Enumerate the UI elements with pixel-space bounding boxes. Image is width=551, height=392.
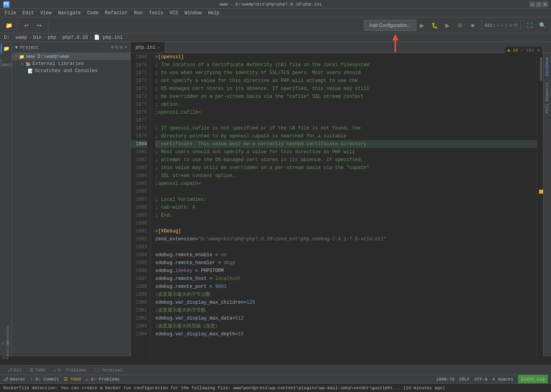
bottom-tab-git[interactable]: ⎇ Git [3, 367, 26, 373]
coverage-button[interactable]: ▶ [442, 20, 453, 31]
folder-icon-ext: 📚 [25, 61, 31, 67]
git-arrow: ↑ [505, 23, 508, 28]
sidebar-collapse-icon[interactable]: ⊟ [115, 44, 118, 50]
bottom-tab-problems-label: 6: Problems [58, 368, 87, 373]
line-1898: xdebug.remote_port = 9001 [155, 283, 537, 291]
sidebar-item-www[interactable]: ▼ 📁 www D:\wamp\www [12, 53, 130, 60]
menu-file[interactable]: File [2, 10, 19, 17]
sidebar-add-icon[interactable]: ⊕ [111, 44, 114, 50]
status-position[interactable]: 1880:76 [436, 377, 454, 382]
fullscreen-button[interactable]: ⛶ [524, 20, 535, 31]
bottom-tab-todo[interactable]: ☰ TODO [26, 367, 50, 373]
scrollbar-thumb[interactable] [540, 57, 542, 81]
menu-help[interactable]: Help [205, 10, 223, 17]
code-lines[interactable]: ⊖[openssl] ; The location of a Certifica… [151, 53, 537, 356]
breadcrumb-version[interactable]: php7.0.10 [62, 35, 88, 40]
activity-structure-icon[interactable]: 7: Structure [1, 330, 11, 341]
tab-php-ini[interactable]: php.ini ✕ [131, 42, 165, 53]
search-everywhere-button[interactable]: 🔍 [537, 20, 548, 31]
undo-button[interactable]: ↩ [21, 20, 32, 31]
git-status: Git: ✓ ✓ ↑ ↻ ⟲ [485, 23, 517, 28]
line-1902: xdebug.var_display_max_data=512 [155, 314, 537, 322]
breadcrumb-file[interactable]: 📄 php.ini [94, 34, 123, 40]
status-crlf[interactable]: CRLF [459, 377, 469, 382]
breadcrumb-wamp[interactable]: wamp [16, 35, 27, 40]
close-button[interactable]: ✕ [542, 2, 548, 7]
window-title: www - D:\wamp\bin\php\php7.0.10\php.ini [12, 2, 530, 7]
activity-commit-icon[interactable]: 0: Commit [1, 58, 11, 68]
debug-button[interactable]: 🐛 [429, 20, 440, 31]
line-1892: zend_extension="D:\wamp\bin\php\php7.0.1… [155, 235, 537, 243]
sidebar-header-icons: ⊕ ⊟ ⚙ ✕ [111, 44, 127, 50]
add-configuration-button[interactable]: Add Configuration... [364, 20, 416, 31]
code-editor[interactable]: ▲ 19 ✓ 151 ∧ 1869 1870 1871 1872 1873 18… [131, 53, 537, 356]
menu-edit[interactable]: Edit [19, 10, 37, 17]
sidebar-item-external-libs[interactable]: ▶ 📚 External Libraries [18, 60, 130, 67]
bottom-tab-todo-label: TODO [35, 368, 46, 373]
line-1889: ; End: [155, 211, 537, 219]
menu-navigate[interactable]: Navigate [55, 10, 84, 17]
line-1897: xdebug.remote_host = localhost [155, 275, 537, 283]
maximize-button[interactable]: □ [536, 2, 541, 7]
sidebar-close-icon[interactable]: ✕ [124, 44, 127, 50]
bottom-tab-problems[interactable]: ⚠ 6: Problems [50, 367, 90, 373]
line-1870: ; The location of a Certificate Authorit… [155, 61, 537, 69]
toolbar-separator [17, 21, 18, 30]
status-problems[interactable]: ⚠ 6: Problems [86, 377, 120, 382]
status-todo[interactable]: ☰ TODO [64, 377, 81, 382]
git-refresh: ↻ [509, 23, 512, 28]
line-1899: ;设置显示最大的子节点数 [155, 291, 537, 299]
status-charset[interactable]: UTF-8 [475, 377, 488, 382]
profile-button[interactable]: ⚙ [454, 20, 465, 31]
line-1895: xdebug.remote_handler = dbgp [155, 259, 537, 267]
left-outer: 📁 0: Commit 7: Structure 2: Favorites ▼ … [0, 42, 131, 356]
line-1875: ; option. [155, 101, 537, 108]
editor-tabs: php.ini ✕ [131, 42, 551, 53]
activity-project-icon[interactable]: 📁 [1, 44, 11, 54]
breadcrumb-php[interactable]: php [48, 35, 56, 40]
menu-view[interactable]: View [37, 10, 55, 17]
menu-window[interactable]: Window [181, 10, 205, 17]
bottom-tab-terminal[interactable]: ⬛ Terminal [90, 367, 126, 373]
stop-button[interactable]: ■ [467, 20, 478, 31]
menu-refactor[interactable]: Refactor [102, 10, 131, 17]
line-1872: ; not specify a value for this directive… [155, 77, 537, 85]
bottom-tab-terminal-label: Terminal [101, 368, 122, 373]
git-icon: ⎇ [7, 367, 12, 373]
status-git-commits[interactable]: ↑ 0: Commit [31, 377, 59, 382]
tree-label-ext: External Libraries [32, 61, 84, 67]
redo-button[interactable]: ↪ [34, 20, 45, 31]
breadcrumb-d[interactable]: D: [4, 35, 10, 40]
run-button[interactable]: ▶ [416, 20, 427, 31]
right-tab-database[interactable]: Database [544, 54, 550, 79]
line-1874: ; be overridden on a per-stream basis vi… [155, 93, 537, 101]
toolbar-right: ▶ 🐛 ▶ ⚙ ■ Git: ✓ ✓ ↑ ↻ ⟲ ⛶ 🔍 [416, 20, 548, 31]
line-1888: ; tab-width: 4 [155, 204, 537, 211]
git-revert: ⟲ [514, 23, 517, 28]
problems-status-icon: ⚠ 6: Problems [86, 377, 120, 382]
status-git[interactable]: ⎇ master [3, 377, 26, 382]
tab-close-icon[interactable]: ✕ [158, 45, 160, 50]
tree-arrow-ext: ▶ [21, 61, 24, 66]
problems-icon: ⚠ [53, 367, 56, 373]
status-indent[interactable]: 4 spaces [492, 377, 513, 382]
right-panel [537, 53, 543, 356]
sidebar-item-scratches[interactable]: 📝 Scratches and Consoles [25, 67, 130, 74]
menu-vcs[interactable]: VCS [166, 10, 181, 17]
window-controls[interactable]: ─ □ ✕ [530, 2, 548, 7]
menu-code[interactable]: Code [84, 10, 102, 17]
open-recent-button[interactable]: 📁 [3, 20, 14, 31]
notification-bar: Dockerfile detection: You can create a D… [0, 383, 551, 392]
minimize-button[interactable]: ─ [530, 2, 535, 7]
activity-favorites-icon[interactable]: 2: Favorites [1, 344, 11, 355]
sidebar-settings-icon[interactable]: ⚙ [120, 44, 123, 50]
line-1884: ; SSL stream context option. [155, 172, 537, 180]
status-event-log[interactable]: Event Log [518, 375, 548, 384]
breadcrumb-bin[interactable]: bin [33, 35, 42, 40]
right-tab-pull-requests[interactable]: Pull Requests [544, 79, 550, 116]
menu-run[interactable]: Run [131, 10, 146, 17]
menu-tools[interactable]: Tools [146, 10, 166, 17]
tree-label-scratches: Scratches and Consoles [35, 68, 97, 74]
notification-text: Dockerfile detection: You can create a D… [3, 386, 445, 390]
status-bar: ⎇ master ↑ 0: Commit ☰ TODO ⚠ 6: Problem… [0, 375, 551, 383]
